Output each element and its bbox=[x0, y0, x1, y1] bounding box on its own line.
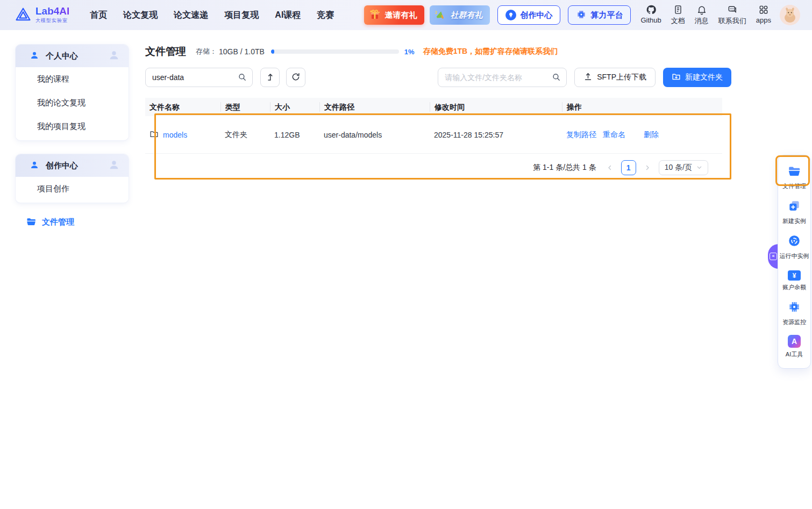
new-folder-button[interactable]: 新建文件夹 bbox=[663, 68, 731, 87]
file-table: 文件名称 类型 大小 文件路径 修改时间 操作 models 文件夹 1.1 bbox=[145, 98, 722, 182]
quick-new-instance[interactable]: 新建实例 bbox=[778, 195, 810, 230]
file-path: user-data/models bbox=[319, 131, 430, 139]
github-link[interactable]: Github bbox=[640, 4, 661, 24]
folder-outline-icon bbox=[149, 130, 159, 140]
header-path: 文件路径 bbox=[319, 102, 430, 112]
next-page-button[interactable] bbox=[641, 161, 654, 174]
quick-file-manager-label: 文件管理 bbox=[782, 182, 806, 190]
page-title: 文件管理 bbox=[145, 45, 186, 59]
messages-link[interactable]: 消息 bbox=[695, 4, 709, 26]
community-reward-button[interactable]: 社群有礼 bbox=[430, 5, 490, 25]
header-type: 类型 bbox=[220, 102, 270, 112]
prev-page-button[interactable] bbox=[603, 161, 616, 174]
invite-reward-button[interactable]: 邀请有礼 bbox=[364, 5, 424, 25]
page: Lab4AI 大模型实验室 首页 论文复现 论文速递 项目复现 AI课程 竞赛 bbox=[0, 0, 812, 509]
person-faded-icon bbox=[108, 159, 120, 173]
quick-resource-monitor-label: 资源监控 bbox=[782, 318, 806, 326]
quick-ai-tools-label: AI工具 bbox=[786, 350, 803, 359]
pagination-summary: 第 1-1 条/总共 1 条 bbox=[533, 163, 596, 173]
quick-running-instances[interactable]: 运行中实例 bbox=[778, 230, 810, 264]
personal-center-title: 个人中心 bbox=[46, 51, 102, 61]
right-quick-panel: 文件管理 新建实例 运行中实例 bbox=[778, 155, 811, 369]
sidebar-item-my-courses[interactable]: 我的课程 bbox=[16, 67, 129, 91]
sidebar-item-my-project-reproduction[interactable]: 我的项目复现 bbox=[16, 114, 129, 138]
megaphone-icon bbox=[434, 8, 447, 23]
creation-center-label: 创作中心 bbox=[520, 10, 552, 20]
header-operations: 操作 bbox=[562, 102, 722, 112]
page-size-select[interactable]: 10 条/页 bbox=[659, 160, 708, 175]
messages-label: 消息 bbox=[695, 16, 709, 26]
page-size-value: 10 条/页 bbox=[665, 163, 692, 173]
page-number-button[interactable]: 1 bbox=[621, 160, 636, 175]
nav-paper-reproduction[interactable]: 论文复现 bbox=[123, 10, 158, 21]
left-sidebar: 个人中心 我的课程 我的论文复现 我的项目复现 bbox=[15, 44, 129, 228]
file-name-link[interactable]: models bbox=[163, 131, 187, 139]
rename-action[interactable]: 重命名 bbox=[603, 130, 625, 140]
logo-subtitle: 大模型实验室 bbox=[35, 17, 69, 24]
nav-home[interactable]: 首页 bbox=[90, 10, 107, 21]
bell-icon bbox=[696, 4, 707, 15]
running-instance-icon bbox=[787, 234, 801, 249]
file-type: 文件夹 bbox=[220, 130, 270, 140]
go-up-directory-button[interactable] bbox=[260, 68, 280, 87]
topbar: Lab4AI 大模型实验室 首页 论文复现 论文速递 项目复现 AI课程 竞赛 bbox=[0, 0, 812, 30]
table-header: 文件名称 类型 大小 文件路径 修改时间 操作 bbox=[145, 98, 722, 116]
table-row: models 文件夹 1.12GB user-data/models 2025-… bbox=[145, 116, 722, 154]
nav-ai-courses[interactable]: AI课程 bbox=[275, 10, 301, 21]
quick-new-instance-label: 新建实例 bbox=[782, 217, 806, 225]
community-reward-label: 社群有礼 bbox=[450, 10, 482, 20]
person-icon bbox=[30, 160, 39, 171]
sftp-upload-download-button[interactable]: SFTP上传下载 bbox=[574, 68, 656, 87]
docs-link[interactable]: 文档 bbox=[671, 4, 685, 26]
refresh-button[interactable] bbox=[286, 68, 305, 87]
nav-project-reproduction[interactable]: 项目复现 bbox=[224, 10, 259, 21]
sidebar-item-project-creation[interactable]: 项目创作 bbox=[16, 177, 129, 200]
github-icon bbox=[646, 4, 657, 15]
docs-label: 文档 bbox=[671, 16, 685, 26]
creation-center-button[interactable]: 创作中心 bbox=[497, 5, 560, 25]
apps-link[interactable]: apps bbox=[756, 4, 771, 24]
nav-competition[interactable]: 竞赛 bbox=[317, 10, 334, 21]
chevron-down-icon bbox=[696, 163, 702, 172]
logo-triangle-icon bbox=[15, 6, 31, 24]
chat-icon bbox=[727, 4, 738, 15]
folder-icon bbox=[787, 164, 801, 180]
sftp-label: SFTP上传下载 bbox=[597, 73, 646, 82]
panel-collapse-handle[interactable]: « bbox=[768, 244, 779, 269]
new-instance-icon bbox=[787, 199, 801, 214]
main-nav: 首页 论文复现 论文速递 项目复现 AI课程 竞赛 bbox=[90, 10, 334, 21]
sidebar-item-my-paper-reproduction[interactable]: 我的论文复现 bbox=[16, 91, 129, 114]
creation-center-header[interactable]: 创作中心 bbox=[16, 154, 129, 177]
delete-action[interactable]: 删除 bbox=[644, 130, 659, 140]
collapse-icon: « bbox=[770, 253, 777, 260]
contact-us-link[interactable]: 联系我们 bbox=[718, 4, 746, 26]
creation-center-title: 创作中心 bbox=[46, 161, 102, 171]
pagination: 第 1-1 条/总共 1 条 1 10 条/页 bbox=[145, 154, 722, 182]
compute-platform-label: 算力平台 bbox=[590, 10, 623, 20]
nav-paper-express[interactable]: 论文速递 bbox=[174, 10, 208, 21]
compute-platform-button[interactable]: 算力平台 bbox=[568, 5, 631, 25]
quick-running-instances-label: 运行中实例 bbox=[780, 252, 809, 260]
personal-center-header[interactable]: 个人中心 bbox=[16, 45, 129, 67]
copy-path-action[interactable]: 复制路径 bbox=[566, 130, 596, 140]
refresh-icon bbox=[291, 72, 301, 83]
user-avatar[interactable] bbox=[780, 5, 800, 25]
search-icon[interactable] bbox=[238, 73, 247, 83]
gift-icon bbox=[368, 8, 381, 23]
logo[interactable]: Lab4AI 大模型实验室 bbox=[15, 6, 69, 24]
sidebar-item-file-manager[interactable]: 文件管理 bbox=[15, 216, 129, 228]
folder-plus-icon bbox=[672, 72, 681, 83]
file-search-input[interactable] bbox=[438, 68, 567, 87]
header-file-name: 文件名称 bbox=[145, 102, 220, 112]
wallet-yen-icon: ¥ bbox=[788, 270, 801, 281]
quick-resource-monitor[interactable]: 资源监控 bbox=[778, 296, 810, 331]
storage-percent: 1% bbox=[404, 48, 415, 56]
quick-ai-tools[interactable]: A AI工具 bbox=[778, 331, 810, 363]
quick-account-balance[interactable]: ¥ 账户余额 bbox=[778, 264, 810, 296]
search-icon[interactable] bbox=[552, 73, 561, 83]
toolbar: SFTP上传下载 新建文件夹 bbox=[145, 68, 731, 87]
quick-file-manager[interactable]: 文件管理 bbox=[778, 160, 810, 195]
upload-icon bbox=[583, 72, 593, 83]
path-input[interactable] bbox=[145, 68, 253, 87]
main-content: 文件管理 存储： 10GB / 1.0TB 1% 存储免费1TB，如需扩容存储请… bbox=[145, 44, 731, 182]
